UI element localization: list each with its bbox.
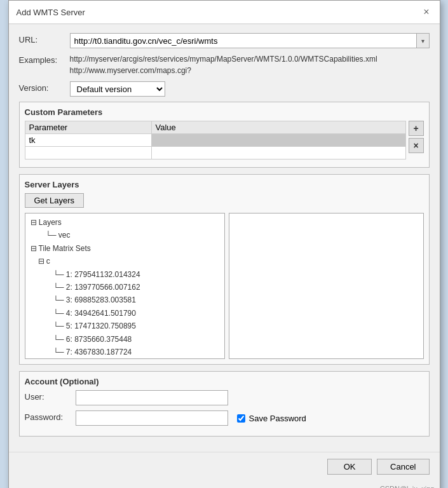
- params-area: Parameter Value tk: [25, 121, 424, 162]
- close-button[interactable]: ×: [421, 6, 431, 18]
- add-param-button[interactable]: +: [409, 121, 424, 136]
- password-row: Password: Save Password: [25, 410, 424, 426]
- params-table: Parameter Value tk: [25, 121, 406, 159]
- examples-row: Examples: http://myserver/arcgis/rest/se…: [19, 53, 430, 76]
- custom-params-section: Custom Parameters Parameter Value tk: [19, 102, 430, 168]
- password-input[interactable]: [76, 410, 228, 426]
- tree-item-8: └─ 8: 2183915.093862: [28, 358, 222, 359]
- password-label: Password:: [25, 410, 76, 422]
- password-content: Save Password: [76, 410, 424, 426]
- version-content: Default version 1.0.0: [70, 81, 430, 97]
- url-dropdown-arrow[interactable]: ▾: [417, 33, 430, 48]
- tree-item-1: └─ 1: 279541132.014324: [28, 268, 222, 281]
- col-parameter: Parameter: [25, 121, 151, 134]
- examples-content: http://myserver/arcgis/rest/services/mym…: [70, 53, 430, 76]
- tree-item-7: └─ 7: 4367830.187724: [28, 346, 222, 358]
- minus-icon: ⊟: [31, 218, 37, 227]
- version-label: Version:: [19, 81, 70, 93]
- server-layers-title: Server Layers: [25, 180, 424, 189]
- watermark: CSDN@l_iu_xing: [9, 484, 440, 488]
- tree-item-vec: └─ vec: [28, 229, 222, 241]
- tree-item-layers: ⊟ Layers: [28, 216, 222, 229]
- add-wmts-dialog: Add WMTS Server × URL: ▾ Examples: http:…: [8, 0, 440, 488]
- leaf-icon: └─: [46, 231, 57, 240]
- remove-param-button[interactable]: ×: [409, 138, 424, 153]
- version-row: Version: Default version 1.0.0: [19, 81, 430, 97]
- custom-params-title: Custom Parameters: [25, 107, 424, 117]
- save-password-label: Save Password: [249, 414, 306, 423]
- version-select[interactable]: Default version 1.0.0: [70, 81, 165, 97]
- dialog-body: URL: ▾ Examples: http://myserver/arcgis/…: [9, 24, 440, 452]
- param-empty-name: [25, 147, 151, 159]
- save-password-checkbox[interactable]: [237, 414, 245, 423]
- tree-item-5: └─ 5: 17471320.750895: [28, 320, 222, 332]
- examples-line2: http://www.myserver.com/maps.cgi?: [70, 65, 430, 76]
- param-name-cell: tk: [25, 134, 151, 147]
- ok-button[interactable]: OK: [327, 459, 372, 475]
- account-title: Account (Optional): [25, 377, 424, 386]
- tree-item-3: └─ 3: 69885283.003581: [28, 294, 222, 306]
- examples-label: Examples:: [19, 53, 70, 65]
- user-row: User:: [25, 390, 424, 405]
- minus-icon-2: ⊟: [31, 244, 37, 253]
- user-content: [76, 390, 424, 405]
- tree-item-4: └─ 4: 34942641.501790: [28, 307, 222, 320]
- account-section: Account (Optional) User: Password: Save …: [19, 371, 430, 437]
- server-layers-section: Server Layers Get Layers ⊟ Layers └─ vec…: [19, 174, 430, 365]
- params-buttons: + ×: [409, 121, 424, 155]
- cancel-button[interactable]: Cancel: [377, 459, 429, 475]
- url-row: URL: ▾: [19, 33, 430, 48]
- param-empty-row: [25, 147, 405, 159]
- param-empty-value: [151, 147, 405, 159]
- param-row: tk: [25, 134, 405, 147]
- tree-item-2: └─ 2: 139770566.007162: [28, 281, 222, 294]
- tree-item-tile-matrix-sets: ⊟ Tile Matrix Sets: [28, 242, 222, 255]
- minus-icon-3: ⊟: [38, 257, 44, 266]
- tree-item-6: └─ 6: 8735660.375448: [28, 333, 222, 346]
- title-bar: Add WMTS Server ×: [9, 1, 440, 24]
- param-value-cell: [151, 134, 405, 147]
- user-input[interactable]: [76, 390, 228, 405]
- examples-line1: http://myserver/arcgis/rest/services/mym…: [70, 53, 430, 65]
- layers-panels: ⊟ Layers └─ vec ⊟ Tile Matrix Sets ⊟ c └…: [25, 213, 424, 359]
- dialog-footer: OK Cancel: [9, 452, 440, 484]
- get-layers-button[interactable]: Get Layers: [25, 193, 85, 208]
- url-input[interactable]: [70, 33, 417, 48]
- user-label: User:: [25, 390, 76, 402]
- url-field-container: ▾: [70, 33, 430, 48]
- tree-item-c: ⊟ c: [28, 255, 222, 268]
- url-label: URL:: [19, 33, 70, 44]
- layer-tree-panel[interactable]: ⊟ Layers └─ vec ⊟ Tile Matrix Sets ⊟ c └…: [25, 213, 225, 359]
- col-value: Value: [151, 121, 405, 134]
- right-panel: [229, 213, 424, 359]
- dialog-title: Add WMTS Server: [17, 8, 85, 17]
